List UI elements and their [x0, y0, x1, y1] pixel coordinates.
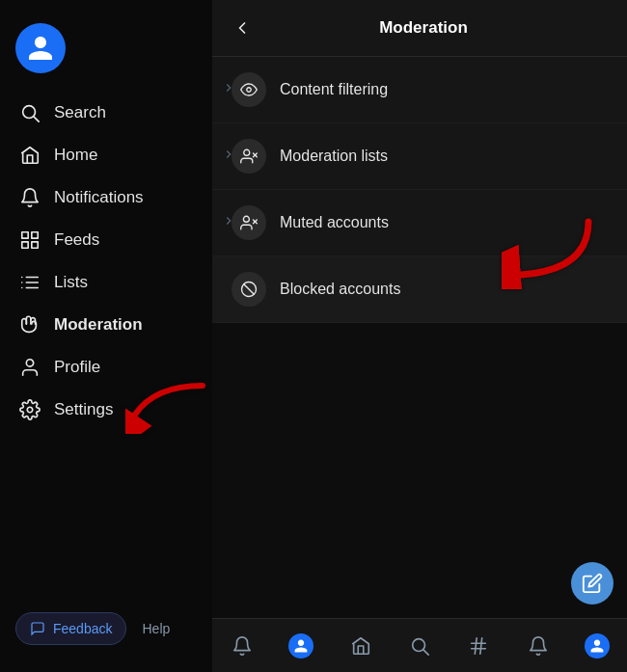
feedback-button[interactable]: Feedback — [15, 612, 126, 645]
help-link[interactable]: Help — [142, 621, 170, 636]
avatar-area — [0, 15, 212, 93]
sidebar-item-notifications[interactable]: Notifications — [8, 177, 204, 218]
bottom-tab-notification[interactable] — [519, 627, 558, 665]
muted-accounts-icon-circle — [232, 205, 266, 240]
sidebar-item-search[interactable]: Search — [8, 93, 204, 133]
compose-button[interactable] — [571, 562, 613, 605]
svg-point-25 — [244, 149, 250, 155]
mod-item-blocked-accounts[interactable]: Blocked accounts — [212, 256, 627, 323]
svg-line-1 — [34, 117, 39, 121]
blocked-accounts-label: Blocked accounts — [280, 281, 400, 298]
content-filtering-label: Content filtering — [280, 81, 388, 98]
moderation-panel: Moderation Content filtering Moderation … — [212, 0, 627, 323]
chevron-icon — [222, 148, 235, 165]
feeds-icon — [19, 229, 41, 251]
mod-item-muted-accounts[interactable]: Muted accounts — [212, 190, 627, 256]
moderation-header: Moderation — [212, 0, 627, 57]
user-x-icon — [240, 214, 258, 231]
sidebar-item-moderation[interactable]: Moderation — [8, 305, 204, 345]
svg-point-28 — [243, 216, 249, 222]
blocked-accounts-icon-circle — [232, 272, 266, 307]
moderation-icon — [19, 314, 41, 336]
feedback-label: Feedback — [53, 621, 112, 636]
bottom-tab-home[interactable] — [341, 627, 380, 665]
sidebar-item-profile[interactable]: Profile — [8, 347, 204, 388]
sidebar-item-label: Home — [54, 146, 97, 165]
content-filtering-icon-circle — [232, 72, 266, 107]
bottom-tab-bell[interactable] — [223, 627, 261, 665]
sidebar-item-label: Settings — [54, 400, 113, 419]
avatar[interactable] — [15, 23, 66, 73]
chevron-icon — [222, 214, 235, 231]
profile-icon — [19, 357, 41, 378]
block-icon — [240, 281, 258, 298]
settings-icon — [19, 399, 41, 420]
sidebar-item-label: Notifications — [54, 188, 144, 207]
home-icon — [19, 145, 41, 166]
bottom-tab-search[interactable] — [400, 627, 439, 665]
sidebar-item-label: Search — [54, 103, 106, 122]
sidebar-item-label: Moderation — [54, 315, 143, 335]
sidebar-item-settings[interactable]: Settings — [8, 390, 204, 430]
mod-item-content-filtering[interactable]: Content filtering — [212, 57, 627, 123]
right-panel: personalized just network — [212, 0, 627, 672]
sidebar-item-label: Feeds — [54, 230, 99, 250]
bottom-tabs — [212, 618, 627, 672]
svg-line-22 — [476, 637, 477, 654]
svg-rect-4 — [22, 242, 28, 248]
moderation-title: Moderation — [264, 18, 583, 38]
nav-items: Search Home Notifications Feeds Lists — [0, 93, 212, 601]
svg-line-19 — [423, 650, 428, 655]
mod-item-moderation-lists[interactable]: Moderation lists — [212, 123, 627, 190]
svg-rect-3 — [32, 232, 38, 238]
bottom-tab-hash[interactable] — [459, 627, 498, 665]
moderation-lists-label: Moderation lists — [280, 148, 388, 165]
svg-rect-5 — [32, 242, 38, 248]
sidebar-item-lists[interactable]: Lists — [8, 262, 204, 303]
back-button[interactable] — [228, 13, 257, 42]
sidebar-item-home[interactable]: Home — [8, 135, 204, 175]
sidebar: Search Home Notifications Feeds Lists — [0, 0, 212, 672]
sidebar-item-label: Lists — [54, 273, 88, 292]
users-x-icon — [240, 148, 258, 165]
svg-rect-2 — [22, 232, 28, 238]
sidebar-item-feeds[interactable]: Feeds — [8, 220, 204, 260]
chevron-icon — [222, 81, 235, 98]
sidebar-bottom: Feedback Help — [0, 601, 212, 657]
search-icon — [19, 102, 41, 123]
moderation-lists-icon-circle — [232, 139, 266, 174]
svg-line-32 — [244, 284, 255, 295]
muted-accounts-label: Muted accounts — [280, 214, 389, 231]
bell-icon — [19, 187, 41, 208]
lists-icon — [19, 272, 41, 293]
sidebar-item-label: Profile — [54, 358, 100, 377]
svg-line-23 — [480, 637, 482, 654]
bottom-tab-profile[interactable] — [282, 627, 320, 665]
bottom-tab-user-avatar[interactable] — [578, 627, 616, 665]
svg-point-13 — [27, 407, 33, 413]
svg-point-24 — [247, 88, 252, 93]
eye-icon — [240, 81, 258, 98]
svg-point-12 — [26, 360, 33, 366]
